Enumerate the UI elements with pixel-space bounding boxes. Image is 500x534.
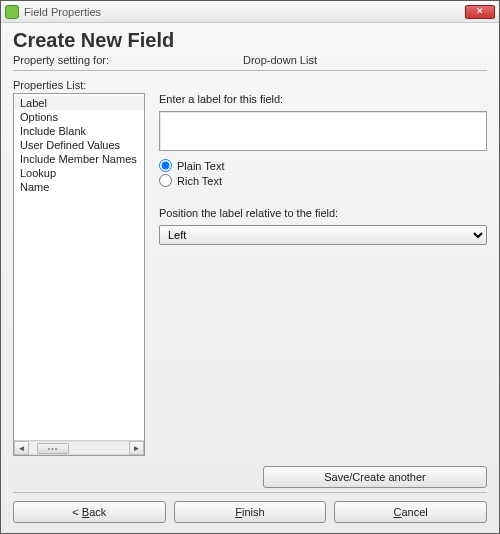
list-item[interactable]: Name: [14, 180, 144, 194]
plain-text-radio[interactable]: [159, 159, 172, 172]
property-setting-value: Drop-down List: [243, 54, 317, 66]
property-setting-row: Property setting for: Drop-down List: [13, 54, 487, 66]
finish-post: inish: [242, 506, 265, 518]
properties-list-label: Properties List:: [13, 79, 487, 91]
footer-buttons: < Back Finish Cancel: [1, 493, 499, 533]
scroll-track[interactable]: •••: [29, 441, 129, 455]
cancel-button[interactable]: Cancel: [334, 501, 487, 523]
close-icon: ✕: [476, 7, 484, 16]
app-icon: [5, 5, 19, 19]
properties-list[interactable]: LabelOptionsInclude BlankUser Defined Va…: [14, 94, 144, 440]
scroll-right-button[interactable]: ►: [129, 441, 144, 455]
scroll-thumb[interactable]: •••: [37, 443, 69, 454]
rich-text-radio[interactable]: [159, 174, 172, 187]
cancel-post: ancel: [402, 506, 428, 518]
position-select[interactable]: Left: [159, 225, 487, 245]
header: Create New Field Property setting for: D…: [1, 23, 499, 75]
plain-text-label: Plain Text: [177, 160, 225, 172]
back-button[interactable]: < Back: [13, 501, 166, 523]
enter-label-caption: Enter a label for this field:: [159, 93, 487, 105]
list-item[interactable]: Lookup: [14, 166, 144, 180]
title-bar: Field Properties ✕: [1, 1, 499, 23]
header-separator: [13, 70, 487, 71]
dialog-window: Field Properties ✕ Create New Field Prop…: [0, 0, 500, 534]
properties-list-box: LabelOptionsInclude BlankUser Defined Va…: [13, 93, 145, 456]
horizontal-scrollbar[interactable]: ◄ ••• ►: [14, 440, 144, 455]
label-panel: Enter a label for this field: Plain Text…: [159, 93, 487, 456]
finish-button[interactable]: Finish: [174, 501, 327, 523]
close-button[interactable]: ✕: [465, 5, 495, 19]
list-item[interactable]: Label: [14, 96, 144, 110]
back-post: ack: [89, 506, 106, 518]
text-mode-group: Plain Text Rich Text: [159, 159, 487, 187]
window-title: Field Properties: [24, 6, 460, 18]
columns: LabelOptionsInclude BlankUser Defined Va…: [13, 93, 487, 456]
list-item[interactable]: Include Member Names: [14, 152, 144, 166]
scroll-left-button[interactable]: ◄: [14, 441, 29, 455]
cancel-hot: C: [394, 506, 402, 518]
list-item[interactable]: User Defined Values: [14, 138, 144, 152]
rich-text-option[interactable]: Rich Text: [159, 174, 487, 187]
list-item[interactable]: Include Blank: [14, 124, 144, 138]
property-setting-label: Property setting for:: [13, 54, 243, 66]
save-create-button[interactable]: Save/Create another: [263, 466, 487, 488]
page-title: Create New Field: [13, 29, 487, 52]
label-input[interactable]: [159, 111, 487, 151]
rich-text-label: Rich Text: [177, 175, 222, 187]
back-pre: <: [72, 506, 81, 518]
spacer: [159, 193, 487, 201]
save-row: Save/Create another: [1, 462, 499, 490]
position-label-caption: Position the label relative to the field…: [159, 207, 487, 219]
body: Properties List: LabelOptionsInclude Bla…: [1, 75, 499, 462]
save-create-label: Save/Create another: [324, 471, 426, 483]
list-item[interactable]: Options: [14, 110, 144, 124]
plain-text-option[interactable]: Plain Text: [159, 159, 487, 172]
